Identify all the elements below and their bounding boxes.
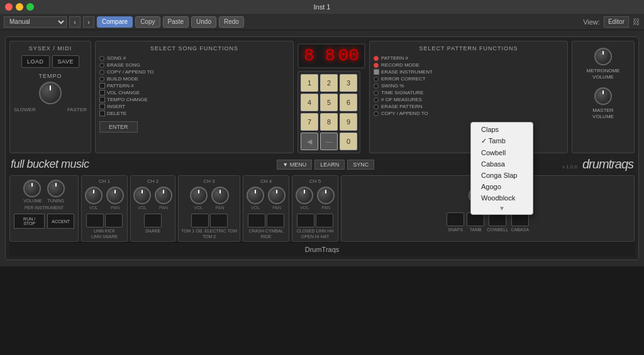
numpad-5[interactable]: 5 <box>320 94 338 111</box>
run-stop-button[interactable]: RUN / STOP <box>14 214 45 229</box>
ch4-btn-0[interactable] <box>248 214 265 227</box>
ch1-btn-1[interactable] <box>105 214 123 227</box>
numpad-dash[interactable]: — <box>320 133 338 150</box>
ch1-btn-0[interactable] <box>86 214 104 227</box>
ch3-btn-0[interactable] <box>191 214 209 227</box>
dropdown-item-tamb[interactable]: Tamb <box>471 135 533 147</box>
close-button[interactable] <box>5 3 13 11</box>
ch4-inst-0-label: CRASH CYMBAL <box>248 229 283 233</box>
minimize-button[interactable] <box>16 3 23 11</box>
next-button[interactable]: › <box>83 16 94 28</box>
pat-radio-4[interactable] <box>374 84 379 89</box>
numpad-2[interactable]: 2 <box>320 74 338 92</box>
volume-knob[interactable] <box>23 180 41 197</box>
numpad-0[interactable]: 0 <box>340 133 357 150</box>
copy-button[interactable]: Copy <box>135 16 160 28</box>
ch4-label: CH 4 <box>260 178 272 184</box>
song-option-6: TEMPO CHANGE <box>99 97 289 102</box>
pat-radio-0[interactable] <box>374 56 379 61</box>
cb-7[interactable] <box>99 104 105 109</box>
manual-select[interactable]: Manual <box>4 16 67 28</box>
ch3-vol-pan: VOL PAN <box>190 187 229 210</box>
numpad-7[interactable]: 7 <box>301 113 318 131</box>
ch4-pan-group: PAN <box>268 187 286 210</box>
ch3-vol-knob[interactable] <box>190 187 208 204</box>
numpad-back[interactable]: ◀ <box>301 133 318 150</box>
enter-button[interactable]: ENTER <box>99 121 138 133</box>
song-option-2: COPY / APPEND TO <box>99 69 289 75</box>
dropdown-item-claps[interactable]: Claps <box>471 124 533 135</box>
mac-titlebar: Inst 1 <box>0 0 644 14</box>
tuning-knob[interactable] <box>47 180 65 197</box>
pat-label-5: TIME SIGNATURE <box>381 90 423 96</box>
load-button[interactable]: LOAD <box>21 55 50 68</box>
cb-4[interactable] <box>99 83 105 89</box>
pat-radio-3[interactable] <box>374 77 379 82</box>
ch6-btn-0[interactable] <box>447 212 464 226</box>
numpad-8[interactable]: 8 <box>320 113 338 131</box>
ch3-pan-knob[interactable] <box>211 187 229 204</box>
sync-button[interactable]: SYNC <box>347 160 374 170</box>
volume-label: VOLUME <box>23 199 42 203</box>
cb-6[interactable] <box>99 97 105 102</box>
pat-radio-7[interactable] <box>374 104 379 109</box>
radio-dot-2[interactable] <box>99 70 104 75</box>
compare-button[interactable]: Compare <box>97 16 133 28</box>
ch2-pan-knob[interactable] <box>155 187 172 204</box>
menu-button[interactable]: ▼ MENU <box>277 160 312 170</box>
channel-3: CH 3 VOL PAN TOM 1 OB. ELECTRIC TOM <box>178 175 240 242</box>
ch5-pan-knob[interactable] <box>317 187 335 204</box>
metronome-group: METRONOMEVOLUME <box>587 45 620 80</box>
pat-radio-5[interactable] <box>374 90 379 96</box>
ch4-pan-knob[interactable] <box>268 187 286 204</box>
learn-button[interactable]: LEARN <box>314 160 345 170</box>
ch5-vol-knob[interactable] <box>296 187 313 204</box>
numpad-6[interactable]: 6 <box>340 94 357 111</box>
pat-radio-1[interactable] <box>374 63 379 68</box>
master-knob[interactable] <box>594 87 612 105</box>
radio-dot-0[interactable] <box>99 56 104 61</box>
tempo-knob[interactable] <box>39 82 62 104</box>
ch1-vol-knob[interactable] <box>85 187 103 204</box>
ch4-inst-1-label: RIDE <box>261 234 272 239</box>
undo-button[interactable]: Undo <box>191 16 216 28</box>
pat-radio-8[interactable] <box>374 111 379 116</box>
ch2-btn-0[interactable] <box>144 214 162 227</box>
maximize-button[interactable] <box>26 3 34 11</box>
dropdown-item-woodblock[interactable]: Woodblock <box>471 192 533 204</box>
dropdown-item-agogo[interactable]: Agogo <box>471 181 533 192</box>
numpad-4[interactable]: 4 <box>301 94 318 111</box>
pat-cb-2[interactable] <box>374 69 379 75</box>
ch5-btn-1[interactable] <box>316 214 333 227</box>
accent-button[interactable]: ACCENT <box>47 214 74 229</box>
window-title: Inst 1 <box>314 3 331 11</box>
dropdown-item-cowbell[interactable]: Cowbell <box>471 147 533 158</box>
pat-radio-6[interactable] <box>374 97 379 102</box>
redo-button[interactable]: Redo <box>219 16 244 28</box>
pattern-options: PATTERN # RECORD MODE ERASE INSTRUMENT E… <box>374 55 564 116</box>
prev-button[interactable]: ‹ <box>69 16 80 28</box>
editor-button[interactable]: Editor <box>604 16 629 28</box>
save-button[interactable]: SAVE <box>52 55 79 68</box>
ch2-vol-knob[interactable] <box>133 187 151 204</box>
ch5-btn-0[interactable] <box>297 214 314 227</box>
ch1-pan-knob[interactable] <box>106 187 124 204</box>
dropdown-item-cabasa[interactable]: Cabasa <box>471 158 533 170</box>
paste-button[interactable]: Paste <box>163 16 189 28</box>
numpad-1[interactable]: 1 <box>301 74 318 92</box>
radio-dot-3[interactable] <box>99 77 104 82</box>
numpad-3[interactable]: 3 <box>340 74 357 92</box>
ch4-vol-knob[interactable] <box>247 187 264 204</box>
metronome-knob[interactable] <box>594 48 612 65</box>
radio-dot-1[interactable] <box>99 63 104 68</box>
numpad-9[interactable]: 9 <box>340 113 357 131</box>
cb-5[interactable] <box>99 90 105 96</box>
ch3-btn-1[interactable] <box>210 214 228 227</box>
cb-8[interactable] <box>99 111 105 116</box>
ch6-inst-3: CABASA <box>511 212 528 232</box>
pat-label-7: ERASE PATTERN <box>381 104 423 109</box>
ch4-btn-1[interactable] <box>267 214 284 227</box>
dropdown-item-conga-slap[interactable]: Conga Slap <box>471 170 533 181</box>
sysex-section: SYSEX / MIDI LOAD SAVE TEMPO SLOWER FAST… <box>9 41 91 153</box>
ch6-inst-0: SNAPS <box>447 212 464 232</box>
